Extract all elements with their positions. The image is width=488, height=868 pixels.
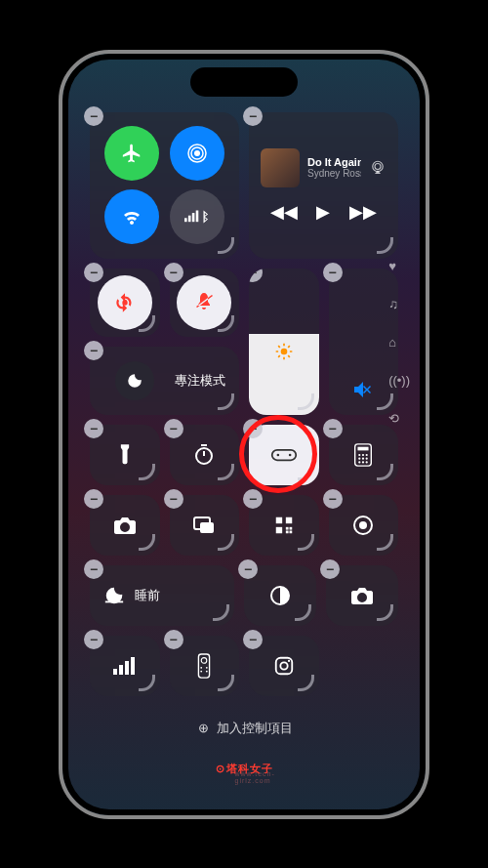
svg-rect-41 — [276, 526, 282, 532]
svg-line-17 — [288, 355, 290, 357]
flashlight-tile[interactable]: − — [90, 425, 160, 485]
qr-scanner-icon — [273, 515, 295, 536]
game-controller-tile[interactable]: − — [249, 425, 319, 485]
remove-button[interactable]: − — [84, 419, 103, 438]
watermark-url: www.tech-girlz.com — [235, 770, 275, 784]
camera-tile-2[interactable]: − — [326, 565, 398, 626]
svg-rect-44 — [286, 530, 289, 533]
svg-rect-48 — [105, 600, 123, 602]
remove-button[interactable]: − — [249, 269, 263, 282]
wifi-toggle[interactable] — [104, 189, 159, 244]
svg-rect-27 — [358, 446, 369, 450]
svg-rect-39 — [276, 517, 282, 522]
wifi-icon — [120, 205, 143, 228]
airplay-icon[interactable] — [369, 159, 386, 177]
cellular-bars-tile[interactable]: − — [90, 636, 160, 696]
resize-handle[interactable] — [300, 677, 317, 694]
remove-button[interactable]: − — [243, 630, 263, 649]
calculator-tile[interactable]: − — [329, 425, 399, 485]
resize-handle[interactable] — [300, 466, 317, 483]
focus-label: 專注模式 — [175, 372, 225, 390]
remove-button[interactable]: − — [243, 489, 263, 509]
remove-button[interactable]: − — [323, 263, 343, 282]
social-tile[interactable]: − — [249, 636, 319, 696]
moon-icon — [126, 372, 143, 390]
remove-button[interactable]: − — [323, 419, 343, 438]
add-control-button[interactable]: ⊕ 加入控制項目 — [90, 706, 398, 741]
resize-handle[interactable] — [220, 536, 237, 554]
page-indicators[interactable]: ♥ ♫ ⌂ ((•)) ⟲ — [388, 259, 410, 426]
camera-tile[interactable]: − — [90, 495, 160, 556]
resize-handle[interactable] — [220, 395, 237, 413]
svg-rect-52 — [125, 661, 129, 675]
timer-tile[interactable]: − — [170, 425, 240, 485]
control-center-edit: ♥ ♫ ⌂ ((•)) ⟲ − — [72, 63, 416, 806]
remove-button[interactable]: − — [243, 419, 263, 438]
empty-slot — [329, 636, 399, 696]
cellular-bluetooth-toggle[interactable] — [170, 189, 224, 244]
resize-handle[interactable] — [379, 606, 396, 624]
connectivity-group[interactable]: − — [90, 112, 239, 259]
remove-button[interactable]: − — [164, 419, 183, 438]
screen-record-tile[interactable]: − — [329, 495, 399, 556]
remove-button[interactable]: − — [84, 630, 103, 649]
remove-button[interactable]: − — [164, 263, 183, 282]
resize-handle[interactable] — [215, 606, 232, 624]
resize-handle[interactable] — [141, 677, 158, 694]
watermark: ⊙ 塔科女子 www.tech-girlz.com — [216, 762, 273, 776]
airdrop-toggle[interactable] — [170, 126, 224, 181]
svg-rect-53 — [131, 657, 135, 675]
resize-handle[interactable] — [220, 466, 237, 483]
remove-button[interactable]: − — [84, 263, 103, 282]
rewind-button[interactable]: ◀◀ — [270, 201, 298, 223]
album-art — [261, 148, 300, 187]
svg-point-61 — [280, 662, 287, 669]
sleep-tile[interactable]: − 睡前 — [90, 565, 234, 626]
camera-icon — [350, 586, 374, 605]
resize-handle[interactable] — [220, 677, 237, 694]
cellular-bluetooth-icon — [184, 208, 210, 226]
dark-mode-tile[interactable]: − — [244, 565, 316, 626]
svg-point-58 — [201, 670, 203, 672]
resize-handle[interactable] — [297, 606, 314, 624]
silent-mode-tile[interactable]: − — [170, 269, 240, 337]
sun-icon — [274, 342, 294, 361]
play-button[interactable]: ▶ — [316, 201, 330, 223]
media-playback-tile[interactable]: − Do It Again Sydney Ross Mitch ◀◀ ▶ ▶▶ — [249, 112, 398, 259]
resize-handle[interactable] — [379, 466, 396, 483]
resize-handle[interactable] — [220, 239, 237, 257]
social-icon — [273, 655, 295, 677]
svg-line-19 — [288, 346, 290, 348]
remove-button[interactable]: − — [84, 341, 103, 360]
bed-moon-icon — [103, 585, 125, 606]
airplane-mode-toggle[interactable] — [104, 126, 159, 181]
forward-button[interactable]: ▶▶ — [349, 201, 377, 223]
add-control-label: 加入控制項目 — [217, 720, 293, 737]
resize-handle[interactable] — [141, 466, 158, 483]
screen-mirroring-tile[interactable]: − — [170, 495, 240, 556]
resize-handle[interactable] — [379, 536, 396, 554]
resize-handle[interactable] — [141, 536, 158, 554]
qr-scanner-tile[interactable]: − — [249, 495, 319, 556]
remove-button[interactable]: − — [164, 630, 183, 649]
focus-mode-tile[interactable]: − 專注模式 — [90, 347, 239, 415]
resize-handle[interactable] — [300, 536, 317, 554]
rotation-lock-tile[interactable]: − — [90, 269, 160, 337]
remove-button[interactable]: − — [84, 559, 103, 579]
remove-button[interactable]: − — [84, 106, 103, 126]
remove-button[interactable]: − — [164, 489, 183, 509]
remove-button[interactable]: − — [323, 489, 343, 509]
speaker-mute-icon — [351, 378, 375, 401]
svg-point-35 — [362, 461, 364, 463]
svg-rect-43 — [289, 526, 292, 529]
svg-rect-51 — [119, 665, 123, 675]
brightness-slider[interactable]: − — [249, 269, 319, 415]
remove-button[interactable]: − — [320, 559, 340, 579]
remove-button[interactable]: − — [243, 106, 263, 126]
remove-button[interactable]: − — [238, 559, 258, 579]
media-artist: Sydney Ross Mitch — [307, 168, 361, 179]
remote-tile[interactable]: − — [170, 636, 240, 696]
remove-button[interactable]: − — [84, 489, 103, 509]
resize-handle[interactable] — [379, 239, 396, 257]
remote-icon — [197, 653, 211, 679]
